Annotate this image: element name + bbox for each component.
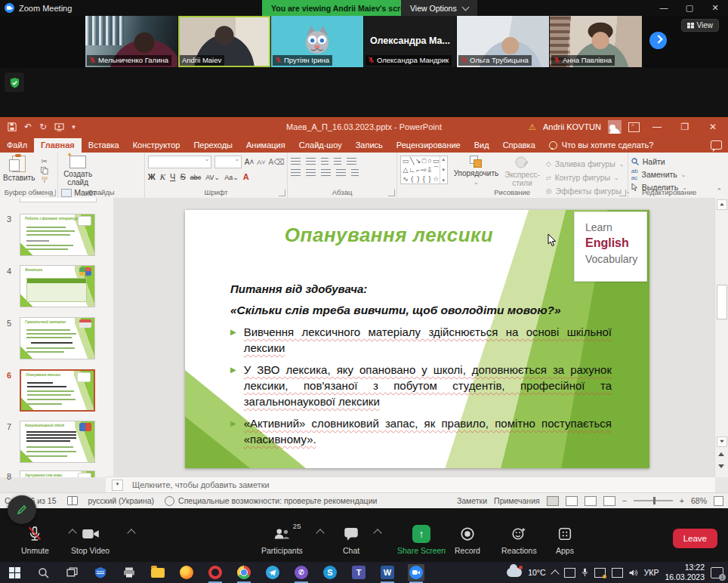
font-name-select[interactable] xyxy=(148,156,211,168)
apps-button[interactable]: Apps xyxy=(551,524,578,556)
participant-tile[interactable]: Анна Павлівна xyxy=(550,16,642,67)
save-icon[interactable] xyxy=(8,122,17,131)
weather-icon[interactable] xyxy=(507,568,522,577)
font-size-select[interactable] xyxy=(214,156,242,168)
ppt-restore-button[interactable]: ❐ xyxy=(674,122,696,132)
bold-button[interactable]: Ж xyxy=(148,172,156,181)
dialog-launcher-icon[interactable] xyxy=(279,190,285,196)
notes-placeholder[interactable]: Щелкните, чтобы добавить заметки xyxy=(132,480,270,489)
tab-design[interactable]: Конструктор xyxy=(126,138,187,153)
annotate-pencil-button[interactable] xyxy=(8,495,36,524)
dialog-launcher-icon[interactable] xyxy=(388,190,395,196)
zoom-taskbar-icon[interactable] xyxy=(408,564,424,581)
volume-tray-icon[interactable] xyxy=(629,569,638,577)
justify-icon[interactable] xyxy=(336,169,346,177)
char-spacing-button[interactable]: AV⌄ xyxy=(205,174,220,181)
cut-icon[interactable]: ✂ xyxy=(41,157,48,165)
ppt-close-button[interactable]: ✕ xyxy=(702,122,723,132)
fax-printer-app-icon[interactable] xyxy=(121,564,137,581)
zoom-slider[interactable] xyxy=(634,500,673,501)
partial-thumbnail[interactable] xyxy=(20,198,97,202)
participant-tile[interactable]: Мельниченко Галина xyxy=(85,16,177,67)
slide-body-text[interactable]: ▶ Вивчення лексичного матеріалу здійснює… xyxy=(230,325,612,455)
notes-bar[interactable]: ▼ Щелкните, чтобы добавить заметки xyxy=(106,477,715,492)
network-tray-icon[interactable] xyxy=(612,568,623,578)
search-icon[interactable] xyxy=(35,564,51,581)
thumbnail-slide-7[interactable]: Комунікативний підхід xyxy=(20,421,95,463)
start-button[interactable] xyxy=(6,564,23,581)
chat-button[interactable]: Chat xyxy=(338,524,364,556)
telegram-icon[interactable] xyxy=(264,564,281,581)
thumbnail-slide-6-selected[interactable]: Опанування лексики xyxy=(20,369,95,412)
slide-editing-area[interactable]: Опанування лексики Learn English Vocabul… xyxy=(113,198,715,477)
chat-caret[interactable] xyxy=(373,529,381,537)
shapes-scrollbar[interactable]: ▲▼▼ xyxy=(440,156,447,184)
quick-styles-button[interactable]: Экспресс-стили xyxy=(504,156,540,187)
task-view-icon[interactable] xyxy=(63,564,80,581)
spellcheck-icon[interactable] xyxy=(67,496,78,505)
minimize-button[interactable]: — xyxy=(651,0,677,16)
strikethrough-button[interactable]: S xyxy=(180,172,185,181)
slide-title[interactable]: Опанування лексики xyxy=(230,224,548,247)
paste-button[interactable]: Вставить xyxy=(3,156,35,182)
shape-outline-button[interactable]: ▱Контур фигуры⌄ xyxy=(546,173,631,182)
tab-slideshow[interactable]: Слайд-шоу xyxy=(292,138,349,153)
dialog-launcher-icon[interactable] xyxy=(619,190,626,196)
zoom-out-button[interactable]: − xyxy=(622,496,627,505)
align-center-icon[interactable] xyxy=(306,169,316,177)
stop-video-button[interactable]: Stop Video xyxy=(66,524,114,556)
tell-me-search[interactable]: Что вы хотите сделать? xyxy=(542,138,661,153)
temperature[interactable]: 10°C xyxy=(528,568,545,577)
share-screen-button[interactable]: ↑ Share Screen xyxy=(393,524,450,556)
redo-icon[interactable]: ↻ xyxy=(39,122,47,131)
customize-qat-icon[interactable]: ▾ xyxy=(72,124,76,131)
opera-icon[interactable] xyxy=(207,564,224,581)
ppt-minimize-button[interactable]: — xyxy=(646,122,668,132)
replace-button[interactable]: abacЗаменить⌄ xyxy=(631,168,708,181)
font-color-button[interactable]: A xyxy=(243,172,249,181)
ribbon-display-options-icon[interactable] xyxy=(628,122,640,132)
find-button[interactable]: Найти xyxy=(631,157,708,166)
tab-help[interactable]: Справка xyxy=(496,138,542,153)
comments-toggle[interactable]: Примечания xyxy=(494,496,540,505)
vertical-scrollbar[interactable] xyxy=(714,198,728,477)
next-slide-button[interactable] xyxy=(718,458,724,471)
reactions-button[interactable]: Reactions xyxy=(497,524,541,556)
tab-transitions[interactable]: Переходы xyxy=(187,138,239,153)
learn-english-vocabulary-logo[interactable]: Learn English Vocabulary xyxy=(574,211,647,282)
participant-tile[interactable]: Прутіян Ірина xyxy=(271,16,363,67)
scroll-up-arrow[interactable] xyxy=(717,199,727,210)
current-slide[interactable]: Опанування лексики Learn English Vocabul… xyxy=(185,210,649,468)
clear-formatting-icon[interactable]: A⌫ xyxy=(269,158,285,166)
tab-view[interactable]: Вид xyxy=(467,138,496,153)
italic-button[interactable]: К xyxy=(160,172,165,181)
account-avatar[interactable] xyxy=(608,120,622,134)
leave-button[interactable]: Leave xyxy=(673,529,717,548)
thumbnail-slide-3[interactable]: Робота з фаховою літературою xyxy=(20,214,95,256)
firefox-icon[interactable] xyxy=(178,564,195,581)
start-slideshow-icon[interactable] xyxy=(54,123,64,131)
record-button[interactable]: Record xyxy=(450,524,485,556)
participants-caret[interactable] xyxy=(316,529,324,537)
tab-animations[interactable]: Анимация xyxy=(239,138,292,153)
decrease-font-icon[interactable]: A˅ xyxy=(257,159,265,166)
clock[interactable]: 13:2216.03.2023 xyxy=(665,563,705,582)
hidden-icons-caret[interactable] xyxy=(551,569,559,578)
notification-tray-icon[interactable] xyxy=(594,568,606,578)
view-layout-button[interactable]: View xyxy=(681,19,720,32)
close-button[interactable]: ✕ xyxy=(702,0,728,16)
video-options-caret[interactable] xyxy=(127,529,135,537)
line-spacing-icon[interactable] xyxy=(347,158,356,165)
zoom-slider-handle[interactable] xyxy=(653,497,656,504)
increase-indent-icon[interactable] xyxy=(334,158,341,165)
align-left-icon[interactable] xyxy=(291,169,301,177)
file-explorer-icon[interactable] xyxy=(150,564,166,581)
cast-tray-icon[interactable] xyxy=(564,568,575,578)
thumbnail-slide-4[interactable]: Фонетика xyxy=(20,265,95,307)
normal-view-icon[interactable] xyxy=(547,496,559,506)
numbering-icon[interactable] xyxy=(306,158,316,165)
copy-icon[interactable] xyxy=(41,167,48,174)
tab-file[interactable]: Файл xyxy=(0,138,34,153)
tab-record[interactable]: Запись xyxy=(349,138,390,153)
slide-lead-text[interactable]: Питання від здобувача: xyxy=(230,282,367,295)
